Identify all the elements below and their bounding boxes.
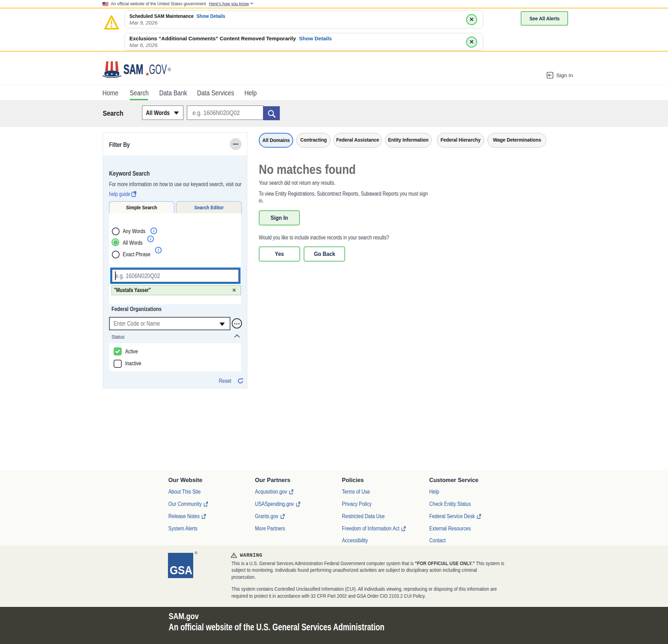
svg-text:i: i <box>150 237 151 242</box>
svg-text:i: i <box>158 248 159 253</box>
svg-text:i: i <box>153 229 155 233</box>
